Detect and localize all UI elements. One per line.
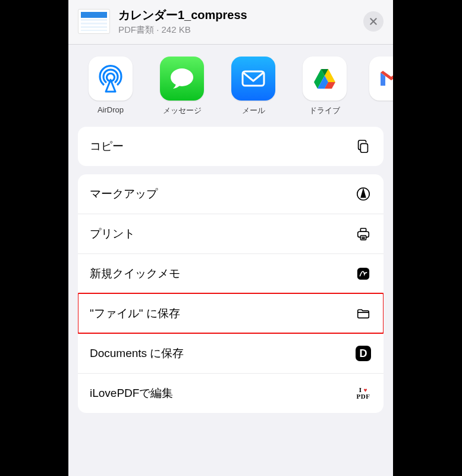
- share-app-mail[interactable]: メール: [227, 57, 280, 116]
- share-app-row[interactable]: AirDrop メッセージ メール: [68, 45, 393, 127]
- markup-icon: [355, 186, 372, 202]
- action-label: コピー: [90, 139, 124, 154]
- file-thumbnail: [78, 9, 110, 34]
- action-save-to-documents[interactable]: Documents に保存 D: [78, 333, 384, 373]
- action-label: 新規クイックメモ: [90, 266, 180, 281]
- svg-rect-10: [358, 268, 369, 280]
- share-app-drive[interactable]: ドライブ: [298, 57, 351, 116]
- share-app-airdrop[interactable]: AirDrop: [84, 57, 137, 116]
- action-label: プリント: [90, 226, 135, 242]
- svg-point-1: [171, 68, 193, 86]
- share-app-more[interactable]: [369, 57, 381, 116]
- action-group-copy: コピー: [78, 127, 384, 166]
- action-label: "ファイル" に保存: [90, 306, 180, 321]
- action-print[interactable]: プリント: [78, 214, 384, 253]
- airdrop-icon: [89, 57, 133, 101]
- action-label: マークアップ: [90, 186, 158, 202]
- ilovepdf-icon: I ♥PDF: [355, 385, 372, 402]
- mail-icon: [231, 57, 275, 101]
- action-ilovepdf[interactable]: iLovePDFで編集 I ♥PDF: [78, 373, 384, 413]
- print-icon: [355, 226, 372, 242]
- close-icon: [369, 17, 378, 26]
- messages-icon: [160, 57, 204, 101]
- svg-rect-7: [360, 236, 366, 240]
- action-quick-note[interactable]: 新規クイックメモ: [78, 253, 384, 293]
- svg-rect-2: [243, 71, 264, 86]
- svg-rect-3: [360, 143, 367, 152]
- close-button[interactable]: [363, 11, 384, 32]
- file-subtitle: PDF書類 · 242 KB: [118, 24, 363, 36]
- svg-rect-6: [360, 228, 366, 232]
- share-app-label: ドライブ: [309, 105, 340, 116]
- share-sheet: カレンダー1_compress PDF書類 · 242 KB Air: [68, 0, 393, 476]
- action-group-main: マークアップ プリント: [78, 174, 384, 413]
- action-save-to-files[interactable]: "ファイル" に保存: [78, 293, 384, 333]
- share-app-messages[interactable]: メッセージ: [155, 57, 209, 116]
- file-title-block: カレンダー1_compress PDF書類 · 242 KB: [118, 7, 363, 36]
- action-label: iLovePDFで編集: [90, 386, 173, 401]
- documents-app-icon: D: [355, 345, 372, 362]
- action-markup[interactable]: マークアップ: [78, 174, 384, 214]
- copy-icon: [355, 138, 372, 155]
- action-list: コピー マークアップ プリ: [68, 127, 393, 419]
- file-title: カレンダー1_compress: [118, 7, 363, 23]
- gmail-icon: [369, 57, 393, 101]
- share-app-label: AirDrop: [98, 105, 124, 114]
- quick-note-icon: [355, 265, 372, 282]
- google-drive-icon: [303, 57, 347, 101]
- action-copy[interactable]: コピー: [78, 127, 384, 166]
- share-app-label: メッセージ: [163, 105, 202, 116]
- share-header: カレンダー1_compress PDF書類 · 242 KB: [68, 0, 393, 45]
- action-label: Documents に保存: [90, 346, 184, 361]
- folder-icon: [355, 305, 372, 322]
- share-app-label: メール: [242, 105, 265, 116]
